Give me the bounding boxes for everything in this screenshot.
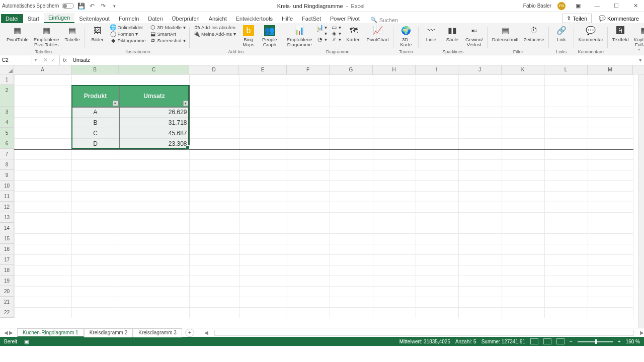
column-chart-button[interactable]: 📊▾ xyxy=(316,24,328,30)
maps-button[interactable]: 🗺Karten xyxy=(344,24,363,43)
enter-formula-icon[interactable]: ✓ xyxy=(51,57,55,63)
pictograms-button[interactable]: ◆Piktogramme xyxy=(109,37,147,43)
tell-me-search[interactable]: 🔍 Suchen xyxy=(370,17,398,23)
cell-B8[interactable] xyxy=(72,160,119,170)
cell-M22[interactable] xyxy=(588,308,633,318)
cell-A14[interactable] xyxy=(15,223,72,234)
pivotchart-button[interactable]: 📈PivotChart xyxy=(365,24,390,43)
cell-J22[interactable] xyxy=(459,308,502,318)
header-footer-button[interactable]: ▦Kopf- und Fußzeile xyxy=(632,24,644,48)
cell-E20[interactable] xyxy=(239,287,287,297)
cell-I15[interactable] xyxy=(416,234,459,244)
cell-A6[interactable] xyxy=(15,139,72,149)
cell-E11[interactable] xyxy=(239,192,287,202)
row-header-10[interactable]: 10 xyxy=(0,180,14,191)
cell-B13[interactable] xyxy=(72,213,119,223)
cell-J20[interactable] xyxy=(459,287,502,297)
qat-customize-icon[interactable]: ▾ xyxy=(110,2,118,10)
row-header-14[interactable]: 14 xyxy=(0,223,14,233)
comment-button[interactable]: 💬Kommentar xyxy=(577,24,605,43)
cell-H11[interactable] xyxy=(373,192,416,202)
cell-E10[interactable] xyxy=(239,181,287,192)
zoom-out-icon[interactable]: − xyxy=(570,339,573,344)
cell-D21[interactable] xyxy=(190,297,239,308)
cell-A1[interactable] xyxy=(15,75,72,85)
row-header-9[interactable]: 9 xyxy=(0,170,14,180)
cell-K7[interactable] xyxy=(502,149,545,160)
cell-G10[interactable] xyxy=(330,181,373,192)
row-header-16[interactable]: 16 xyxy=(0,244,14,254)
cell-G16[interactable] xyxy=(330,244,373,255)
tab-entwicklertools[interactable]: Entwicklertools xyxy=(231,14,277,23)
cell-I17[interactable] xyxy=(416,255,459,265)
cell-E6[interactable] xyxy=(239,139,287,149)
cell-A4[interactable] xyxy=(15,118,72,128)
cell-M19[interactable] xyxy=(588,276,633,287)
cell-L19[interactable] xyxy=(545,276,588,287)
cell-G2[interactable] xyxy=(330,85,373,107)
cell-L8[interactable] xyxy=(545,160,588,170)
row-header-18[interactable]: 18 xyxy=(0,265,14,276)
cell-C15[interactable] xyxy=(119,234,190,244)
cell-H9[interactable] xyxy=(373,170,416,181)
cell-D12[interactable] xyxy=(190,202,239,213)
row-header-17[interactable]: 17 xyxy=(0,254,14,265)
cell-J9[interactable] xyxy=(459,170,502,181)
people-graph-button[interactable]: 👥People Graph xyxy=(260,24,279,48)
cell-C2[interactable]: Umsatz▾ xyxy=(119,85,190,107)
cell-G17[interactable] xyxy=(330,255,373,265)
cell-J5[interactable] xyxy=(459,128,502,139)
3d-map-button[interactable]: 🌍3D- Karte xyxy=(396,24,416,48)
cell-C13[interactable] xyxy=(119,213,190,223)
cell-J16[interactable] xyxy=(459,244,502,255)
cell-F19[interactable] xyxy=(287,276,330,287)
screenshot-button[interactable]: ⧉Screenshot ▾ xyxy=(149,37,187,43)
timeline-button[interactable]: ⏱Zeitachse xyxy=(522,24,546,43)
cell-K2[interactable] xyxy=(502,85,545,107)
cell-B1[interactable] xyxy=(72,75,119,85)
cell-F12[interactable] xyxy=(287,202,330,213)
cell-I9[interactable] xyxy=(416,170,459,181)
close-icon[interactable]: ✕ xyxy=(629,2,642,10)
cell-G15[interactable] xyxy=(330,234,373,244)
cell-E7[interactable] xyxy=(239,149,287,160)
view-page-layout-icon[interactable] xyxy=(543,338,551,344)
cell-K15[interactable] xyxy=(502,234,545,244)
cell-E22[interactable] xyxy=(239,308,287,318)
view-normal-icon[interactable] xyxy=(530,338,538,344)
cell-K18[interactable] xyxy=(502,265,545,276)
cell-K1[interactable] xyxy=(502,75,545,85)
cell-G5[interactable] xyxy=(330,128,373,139)
cell-C18[interactable] xyxy=(119,265,190,276)
cell-C17[interactable] xyxy=(119,255,190,265)
cell-J18[interactable] xyxy=(459,265,502,276)
cell-I20[interactable] xyxy=(416,287,459,297)
cell-B2[interactable]: Produkt▾ xyxy=(72,85,119,107)
cell-A7[interactable] xyxy=(15,149,72,160)
cell-D15[interactable] xyxy=(190,234,239,244)
tab-seitenlayout[interactable]: Seitenlayout xyxy=(74,14,114,23)
col-header-L[interactable]: L xyxy=(544,65,588,74)
tab-formeln[interactable]: Formeln xyxy=(114,14,143,23)
cell-G14[interactable] xyxy=(330,223,373,234)
cell-D8[interactable] xyxy=(190,160,239,170)
cell-C7[interactable] xyxy=(119,149,190,160)
minimize-icon[interactable]: — xyxy=(591,2,604,10)
textbox-button[interactable]: 🅰Textfeld xyxy=(611,24,630,43)
cell-A5[interactable] xyxy=(15,128,72,139)
cell-A16[interactable] xyxy=(15,244,72,255)
cell-F15[interactable] xyxy=(287,234,330,244)
zoom-in-icon[interactable]: + xyxy=(618,339,621,344)
cell-A9[interactable] xyxy=(15,170,72,181)
cell-I18[interactable] xyxy=(416,265,459,276)
cell-B21[interactable] xyxy=(72,297,119,308)
cell-B6[interactable]: D xyxy=(72,139,119,149)
undo-icon[interactable]: ↶ xyxy=(88,2,96,10)
col-header-F[interactable]: F xyxy=(287,65,330,74)
cell-B15[interactable] xyxy=(72,234,119,244)
cell-J4[interactable] xyxy=(459,118,502,128)
row-header-13[interactable]: 13 xyxy=(0,212,14,223)
cell-M2[interactable] xyxy=(588,85,633,107)
tab-start[interactable]: Start xyxy=(23,14,44,23)
row-header-5[interactable]: 5 xyxy=(0,128,14,138)
